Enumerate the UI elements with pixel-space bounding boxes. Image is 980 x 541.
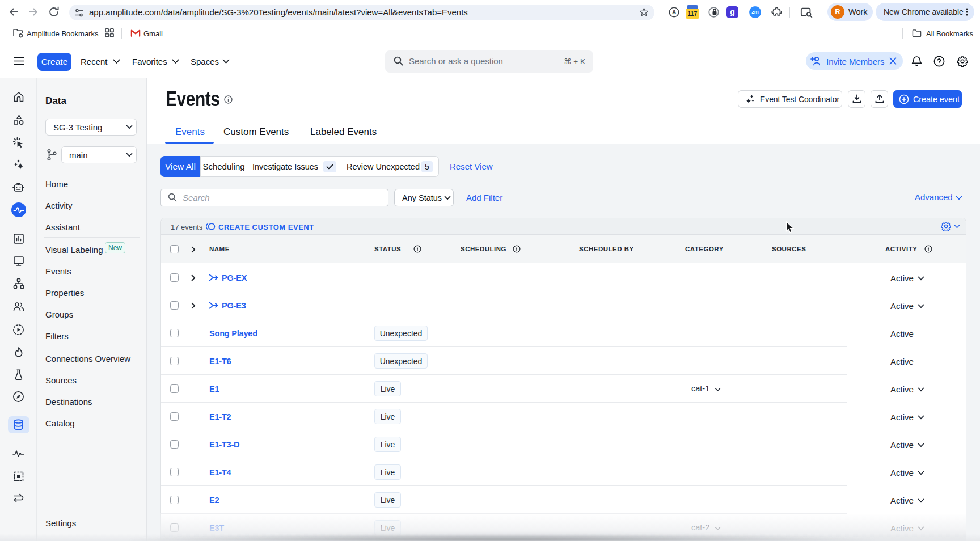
svg-text:A: A	[672, 9, 676, 15]
